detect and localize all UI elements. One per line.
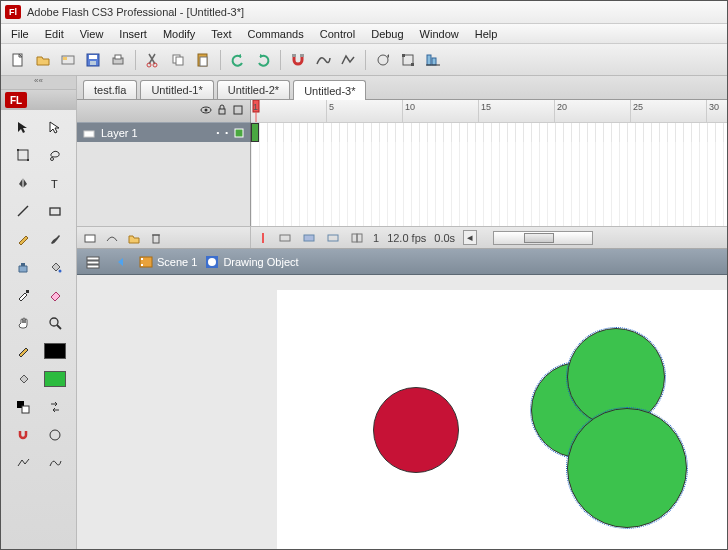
- main-toolbar: [1, 44, 727, 76]
- center-frame-button[interactable]: [277, 230, 293, 246]
- menu-modify[interactable]: Modify: [155, 26, 203, 42]
- lasso-tool[interactable]: [43, 144, 67, 166]
- print-button[interactable]: [107, 49, 129, 71]
- stroke-color-tool[interactable]: [11, 340, 35, 362]
- keyframe[interactable]: [251, 123, 259, 142]
- scene-crumb[interactable]: Scene 1: [139, 255, 197, 269]
- back-button[interactable]: [111, 252, 131, 272]
- object-crumb[interactable]: Drawing Object: [205, 255, 298, 269]
- object-drawing-button[interactable]: [43, 424, 67, 446]
- snap-magnet-button[interactable]: [287, 49, 309, 71]
- swap-colors-button[interactable]: [43, 396, 67, 418]
- eraser-tool[interactable]: [43, 284, 67, 306]
- zoom-tool[interactable]: [43, 312, 67, 334]
- menu-window[interactable]: Window: [412, 26, 467, 42]
- text-tool[interactable]: T: [43, 172, 67, 194]
- ruler-tick: 15: [481, 102, 491, 112]
- selection-tool[interactable]: [11, 116, 35, 138]
- smooth-option[interactable]: [43, 452, 67, 474]
- edit-multiple-button[interactable]: [349, 230, 365, 246]
- eyedropper-tool[interactable]: [11, 284, 35, 306]
- tools-panel: «« FL T: [1, 76, 77, 549]
- pencil-tool[interactable]: [11, 228, 35, 250]
- redo-button[interactable]: [252, 49, 274, 71]
- fill-color-tool[interactable]: [11, 368, 35, 390]
- collapse-tools-button[interactable]: ««: [1, 76, 76, 90]
- snap-button[interactable]: [11, 424, 35, 446]
- free-transform-tool[interactable]: [11, 144, 35, 166]
- undo-button[interactable]: [227, 49, 249, 71]
- timeline-toggle-button[interactable]: [83, 252, 103, 272]
- hand-tool[interactable]: [11, 312, 35, 334]
- doc-tab-untitled1[interactable]: Untitled-1*: [140, 80, 213, 99]
- new-folder-button[interactable]: [125, 229, 143, 247]
- doc-tab-untitled2[interactable]: Untitled-2*: [217, 80, 290, 99]
- browse-button[interactable]: [57, 49, 79, 71]
- new-file-button[interactable]: [7, 49, 29, 71]
- pen-tool[interactable]: [11, 172, 35, 194]
- cut-button[interactable]: [142, 49, 164, 71]
- menu-help[interactable]: Help: [467, 26, 506, 42]
- new-motion-guide-button[interactable]: [103, 229, 121, 247]
- timeline-ruler[interactable]: 1 5 10 15 20 25 30 35 40 45 50: [251, 100, 728, 122]
- stage-area: [77, 275, 728, 549]
- onion-outlines-button[interactable]: [325, 230, 341, 246]
- ruler-tick: 1: [253, 102, 258, 112]
- svg-rect-53: [328, 235, 338, 241]
- svg-rect-51: [280, 235, 290, 241]
- fill-swatch[interactable]: [43, 368, 67, 390]
- paste-button[interactable]: [192, 49, 214, 71]
- new-layer-button[interactable]: [81, 229, 99, 247]
- doc-tab-untitled3[interactable]: Untitled-3*: [293, 80, 366, 100]
- rectangle-tool[interactable]: [43, 200, 67, 222]
- menu-edit[interactable]: Edit: [37, 26, 72, 42]
- straighten-option[interactable]: [11, 452, 35, 474]
- ruler-tick: 10: [405, 102, 415, 112]
- ink-bottle-tool[interactable]: [11, 256, 35, 278]
- timeline-layer-row[interactable]: Layer 1 • •: [77, 122, 251, 142]
- menu-view[interactable]: View: [72, 26, 112, 42]
- delete-layer-button[interactable]: [147, 229, 165, 247]
- svg-rect-46: [235, 129, 243, 137]
- onion-skin-button[interactable]: [301, 230, 317, 246]
- line-tool[interactable]: [11, 200, 35, 222]
- flash-badge-icon: FL: [5, 92, 27, 108]
- object-label: Drawing Object: [223, 256, 298, 268]
- open-file-button[interactable]: [32, 49, 54, 71]
- align-button[interactable]: [422, 49, 444, 71]
- edit-bar: Scene 1 Drawing Object: [77, 249, 728, 275]
- window-title: Adobe Flash CS3 Professional - [Untitled…: [27, 6, 244, 18]
- stage[interactable]: [277, 275, 728, 549]
- menu-debug[interactable]: Debug: [363, 26, 411, 42]
- svg-point-38: [50, 430, 60, 440]
- red-circle[interactable]: [373, 387, 459, 473]
- menu-file[interactable]: File: [3, 26, 37, 42]
- outline-icon[interactable]: [232, 104, 244, 118]
- save-button[interactable]: [82, 49, 104, 71]
- copy-button[interactable]: [167, 49, 189, 71]
- rotate-button[interactable]: [372, 49, 394, 71]
- menu-insert[interactable]: Insert: [111, 26, 155, 42]
- subselection-tool[interactable]: [43, 116, 67, 138]
- scale-button[interactable]: [397, 49, 419, 71]
- straighten-button[interactable]: [337, 49, 359, 71]
- paint-bucket-tool[interactable]: [43, 256, 67, 278]
- smooth-button[interactable]: [312, 49, 334, 71]
- svg-rect-33: [26, 290, 29, 293]
- black-white-button[interactable]: [11, 396, 35, 418]
- menu-commands[interactable]: Commands: [239, 26, 311, 42]
- eye-icon[interactable]: [200, 104, 212, 118]
- svg-rect-24: [17, 149, 19, 151]
- svg-rect-55: [357, 234, 362, 242]
- doc-tab-test[interactable]: test.fla: [83, 80, 137, 99]
- green-circle-right[interactable]: [567, 408, 687, 528]
- menu-text[interactable]: Text: [203, 26, 239, 42]
- layer-icon: [83, 127, 95, 139]
- lock-icon[interactable]: [216, 104, 228, 118]
- timeline-frames[interactable]: [251, 122, 728, 142]
- timeline-scrollbar[interactable]: [493, 231, 593, 245]
- menu-control[interactable]: Control: [312, 26, 363, 42]
- scroll-left-button[interactable]: ◂: [463, 230, 477, 245]
- stroke-swatch[interactable]: [43, 340, 67, 362]
- brush-tool[interactable]: [43, 228, 67, 250]
